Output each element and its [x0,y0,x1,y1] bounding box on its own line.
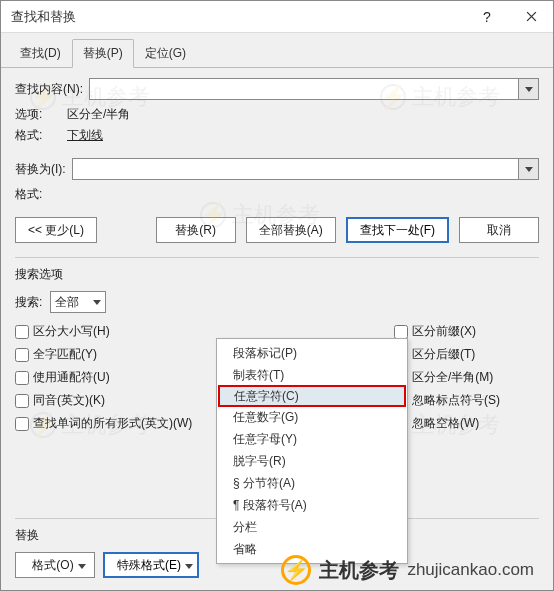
checkbox[interactable] [15,325,29,339]
replace-with-row: 替换为(I): [15,158,539,180]
format-value: 下划线 [67,127,103,144]
search-direction-select[interactable]: 全部 [50,291,106,313]
menu-item[interactable]: 制表符(T) [219,364,405,386]
close-icon [526,11,537,22]
chevron-down-icon [525,87,533,92]
checkbox-label: 忽略标点符号(S) [412,392,500,409]
chevron-down-icon [185,564,193,569]
tab-goto[interactable]: 定位(G) [134,39,197,68]
checkbox[interactable] [15,348,29,362]
checkbox-label: 全字匹配(Y) [33,346,97,363]
close-button[interactable] [509,1,553,33]
format-menu-button[interactable]: 格式(O) [15,552,95,578]
checkbox-label: 区分全/半角(M) [412,369,493,386]
checkbox-label: 区分后缀(T) [412,346,475,363]
menu-item[interactable]: ¶ 段落符号(A) [219,494,405,516]
find-what-input[interactable] [90,79,518,99]
brand-icon: ⚡ [281,555,311,585]
replace-all-button[interactable]: 全部替换(A) [246,217,336,243]
chevron-down-icon [78,564,86,569]
tab-replace[interactable]: 替换(P) [72,39,134,68]
checkbox-row: 忽略空格(W) [394,415,539,432]
replace-with-combo[interactable] [72,158,539,180]
checkbox[interactable] [394,325,408,339]
replace-button[interactable]: 替换(R) [156,217,236,243]
brand-url: zhujicankao.com [407,560,534,580]
checkbox-row: 区分后缀(T) [394,346,539,363]
tabstrip: 查找(D) 替换(P) 定位(G) [1,33,553,68]
format2-info: 格式: [15,186,539,203]
checkbox-row: 区分全/半角(M) [394,369,539,386]
menu-item[interactable]: § 分节符(A) [219,472,405,494]
separator [15,257,539,258]
find-next-button[interactable]: 查找下一处(F) [346,217,449,243]
menu-item[interactable]: 段落标记(P) [219,342,405,364]
find-what-combo[interactable] [89,78,539,100]
checkbox-label: 查找单词的所有形式(英文)(W) [33,415,192,432]
search-direction-value: 全部 [55,294,79,311]
menu-item[interactable]: 脱字号(R) [219,450,405,472]
checkbox-label: 区分大小写(H) [33,323,110,340]
checkbox[interactable] [15,417,29,431]
format-menu-label: 格式(O) [32,557,73,574]
find-what-dropdown[interactable] [518,79,538,99]
special-format-menu-label: 特殊格式(E) [117,557,181,574]
checkbox-row: 区分前缀(X) [394,323,539,340]
special-format-menu: 段落标记(P)制表符(T)任意字符(C)任意数字(G)任意字母(Y)脱字号(R)… [216,338,408,564]
menu-item[interactable]: 分栏 [219,516,405,538]
checkbox-label: 同音(英文)(K) [33,392,105,409]
options-label: 选项: [15,106,67,123]
brand-text: 主机参考 [319,557,399,584]
titlebar: 查找和替换 ? [1,1,553,33]
format-label: 格式: [15,127,67,144]
checkbox[interactable] [15,371,29,385]
help-button[interactable]: ? [465,1,509,33]
checks-right: 区分前缀(X)区分后缀(T)区分全/半角(M)忽略标点符号(S)忽略空格(W) [394,323,539,432]
replace-with-dropdown[interactable] [518,159,538,179]
chevron-down-icon [525,167,533,172]
replace-with-input[interactable] [73,159,518,179]
replace-with-label: 替换为(I): [15,161,66,178]
tab-find[interactable]: 查找(D) [9,39,72,68]
checkbox-row: 忽略标点符号(S) [394,392,539,409]
less-button[interactable]: << 更少(L) [15,217,97,243]
find-what-label: 查找内容(N): [15,81,83,98]
search-options-label: 搜索选项 [15,266,539,283]
button-row: << 更少(L) 替换(R) 全部替换(A) 查找下一处(F) 取消 [15,217,539,243]
format2-label: 格式: [15,186,67,203]
options-info: 选项: 区分全/半角 [15,106,539,123]
chevron-down-icon [93,300,101,305]
brand-overlay: ⚡ 主机参考 zhujicankao.com [281,555,534,585]
format-info: 格式: 下划线 [15,127,539,144]
search-direction-row: 搜索: 全部 [15,291,539,313]
menu-item[interactable]: 任意字符(C) [218,385,406,407]
cancel-button[interactable]: 取消 [459,217,539,243]
menu-item[interactable]: 任意数字(G) [219,406,405,428]
checkbox-label: 区分前缀(X) [412,323,476,340]
checkbox-label: 忽略空格(W) [412,415,479,432]
find-what-row: 查找内容(N): [15,78,539,100]
menu-item[interactable]: 任意字母(Y) [219,428,405,450]
dialog-title: 查找和替换 [1,8,465,26]
checkbox-label: 使用通配符(U) [33,369,110,386]
checkbox[interactable] [15,394,29,408]
options-value: 区分全/半角 [67,106,130,123]
search-label: 搜索: [15,294,42,311]
special-format-menu-button[interactable]: 特殊格式(E) [103,552,199,578]
